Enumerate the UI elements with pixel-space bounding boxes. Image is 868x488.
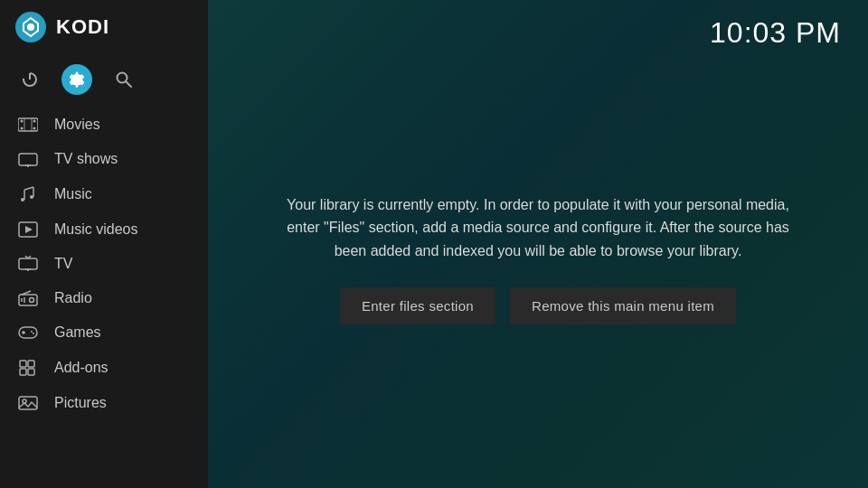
music-icon <box>18 185 40 203</box>
radio-icon <box>18 290 40 306</box>
movies-label: Movies <box>54 117 100 133</box>
settings-button[interactable] <box>61 64 92 95</box>
music-videos-label: Music videos <box>54 221 137 238</box>
power-button[interactable] <box>14 64 45 95</box>
sidebar-item-addons[interactable]: Add-ons <box>0 350 208 386</box>
addons-label: Add-ons <box>54 360 108 376</box>
tv-label: TV <box>54 256 72 272</box>
power-icon <box>21 70 39 89</box>
sidebar-item-tv[interactable]: TV <box>0 247 208 281</box>
tv-shows-icon <box>18 151 40 167</box>
dialog-buttons: Enter files section Remove this main men… <box>340 287 736 324</box>
pictures-label: Pictures <box>54 395 107 411</box>
enter-files-button[interactable]: Enter files section <box>340 287 495 324</box>
search-button[interactable] <box>108 64 139 95</box>
app-title: KODI <box>56 15 109 39</box>
svg-point-9 <box>21 120 24 123</box>
sidebar-item-music-videos[interactable]: Music videos <box>0 212 208 247</box>
settings-icon <box>67 70 87 89</box>
sidebar-menu: Movies TV shows Music Music videos <box>0 104 208 488</box>
top-bar: 10:03 PM <box>208 0 868 66</box>
svg-rect-41 <box>28 369 34 375</box>
games-icon <box>18 325 40 340</box>
sidebar-header: KODI <box>0 0 208 54</box>
svg-rect-40 <box>20 369 26 375</box>
svg-point-36 <box>31 331 33 333</box>
sidebar-item-movies[interactable]: Movies <box>0 108 208 142</box>
svg-rect-15 <box>19 154 37 165</box>
sidebar-item-music[interactable]: Music <box>0 176 208 212</box>
sidebar-icon-row <box>0 54 208 104</box>
svg-point-11 <box>33 120 36 123</box>
svg-line-20 <box>24 187 33 190</box>
svg-marker-22 <box>25 226 33 233</box>
radio-label: Radio <box>54 290 92 306</box>
sidebar: KODI <box>0 0 208 488</box>
svg-rect-38 <box>20 361 26 367</box>
sidebar-item-pictures[interactable]: Pictures <box>0 386 208 420</box>
svg-rect-39 <box>28 361 34 367</box>
tv-shows-label: TV shows <box>54 151 118 167</box>
dialog-area: Your library is currently empty. In orde… <box>208 66 868 488</box>
addons-icon <box>18 359 40 377</box>
svg-rect-23 <box>19 258 37 269</box>
sidebar-item-games[interactable]: Games <box>0 315 208 350</box>
remove-menu-item-button[interactable]: Remove this main menu item <box>510 287 736 324</box>
search-icon <box>115 70 133 89</box>
tv-icon <box>18 256 40 272</box>
movies-icon <box>18 117 40 133</box>
pictures-icon <box>18 395 40 411</box>
main-content: 10:03 PM Your library is currently empty… <box>208 0 868 488</box>
svg-rect-14 <box>31 118 33 131</box>
sidebar-item-tv-shows[interactable]: TV shows <box>0 142 208 176</box>
svg-point-2 <box>27 23 34 31</box>
svg-line-7 <box>127 81 132 87</box>
music-videos-icon <box>18 221 40 238</box>
clock-display: 10:03 PM <box>710 16 841 50</box>
music-label: Music <box>54 186 92 202</box>
sidebar-item-radio[interactable]: Radio <box>0 281 208 315</box>
svg-rect-13 <box>24 118 25 131</box>
svg-point-10 <box>21 127 24 130</box>
svg-point-12 <box>33 127 36 130</box>
dialog-message: Your library is currently empty. In orde… <box>280 193 796 263</box>
svg-point-29 <box>30 298 34 303</box>
kodi-logo-icon <box>14 11 47 43</box>
games-label: Games <box>54 324 101 341</box>
svg-point-37 <box>33 333 34 334</box>
